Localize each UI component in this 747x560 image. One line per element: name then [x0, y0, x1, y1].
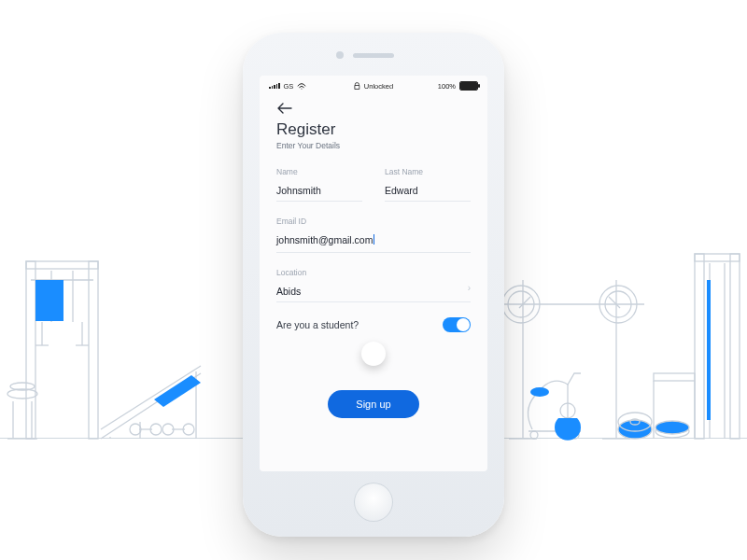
loading-knob [361, 342, 386, 366]
svg-rect-10 [35, 280, 63, 321]
lock-label: Unlocked [364, 82, 393, 91]
student-row: Are you a student? [276, 317, 471, 332]
svg-rect-2 [26, 261, 98, 269]
signal-icon [269, 83, 280, 89]
field-email: Email ID johnsmith@gmail.com [276, 217, 471, 253]
name-input[interactable] [276, 185, 362, 202]
location-input[interactable] [276, 286, 471, 302]
name-label: Name [276, 167, 362, 176]
svg-line-33 [609, 297, 620, 308]
svg-rect-52 [730, 254, 740, 439]
lastname-input[interactable] [385, 185, 471, 202]
page-title: Register [276, 120, 471, 139]
email-input[interactable]: johnsmith@gmail.com [276, 234, 373, 250]
wifi-icon [297, 82, 306, 90]
signup-button[interactable]: Sign up [328, 390, 418, 418]
screen: GS Unlocked 100% Register Enter Your Det… [260, 76, 487, 471]
student-toggle[interactable] [443, 317, 471, 332]
svg-point-41 [530, 431, 538, 439]
svg-rect-1 [89, 261, 98, 439]
text-cursor [374, 234, 374, 245]
lastname-label: Last Name [385, 167, 471, 176]
back-button[interactable] [276, 102, 471, 117]
field-lastname: Last Name [385, 167, 471, 202]
student-question: Are you a student? [276, 319, 359, 330]
page-subtitle: Enter Your Details [276, 141, 471, 150]
phone-camera [336, 51, 344, 59]
svg-rect-53 [695, 254, 740, 261]
phone-frame: GS Unlocked 100% Register Enter Your Det… [243, 33, 504, 537]
battery-pct: 100% [438, 82, 456, 91]
status-bar: GS Unlocked 100% [260, 76, 487, 92]
location-label: Location [276, 268, 471, 277]
arrow-left-icon [276, 103, 293, 114]
svg-rect-0 [26, 261, 35, 439]
carrier-label: GS [284, 82, 294, 91]
home-button[interactable] [354, 483, 393, 522]
battery-icon [459, 81, 478, 91]
svg-rect-57 [654, 373, 695, 381]
phone-speaker [353, 53, 394, 58]
field-location[interactable]: Location › [276, 268, 471, 302]
svg-line-12 [101, 366, 201, 429]
chevron-right-icon: › [468, 283, 471, 293]
svg-line-32 [519, 297, 530, 308]
svg-rect-51 [695, 254, 704, 439]
lock-icon [354, 82, 360, 90]
svg-rect-56 [707, 280, 711, 420]
field-name: Name [276, 167, 362, 202]
email-label: Email ID [276, 217, 471, 226]
svg-point-43 [530, 387, 549, 397]
